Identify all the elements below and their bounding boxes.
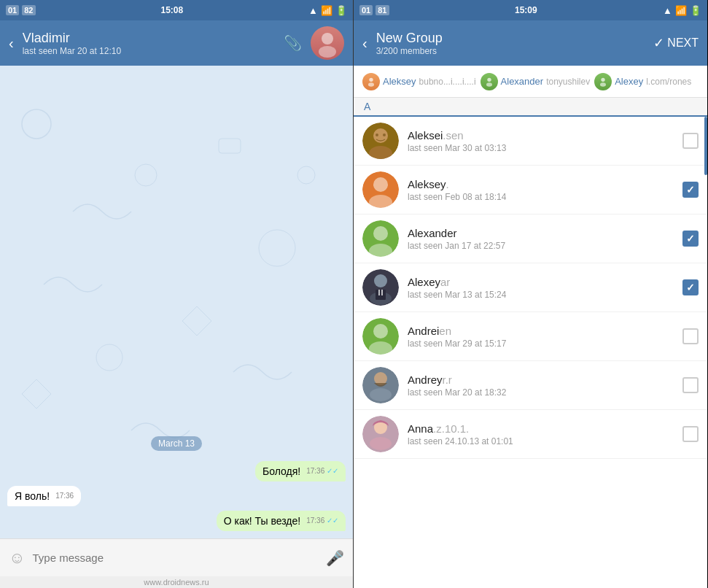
group-members-count: 3/200 members [376, 46, 443, 56]
contact-item-aleksey[interactable]: Aleksey. last seen Feb 08 at 18:14 [354, 166, 707, 214]
tag-aleksey[interactable]: Aleksey bubno...i....i....i [362, 71, 476, 91]
contact-avatar-andrey [362, 367, 399, 403]
tag-avatar-alexey-full [594, 73, 612, 90]
contact-status-andrey: last seen Mar 20 at 18:32 [408, 387, 674, 398]
contacts-list[interactable]: Aleksei.sen last seen Mar 30 at 03:13 Al… [354, 117, 707, 588]
group-name: New Group [376, 31, 443, 46]
selected-tags: Aleksey bubno...i....i....i Alexander to… [354, 66, 707, 98]
contact-item-alexander[interactable]: Alexander last seen Jan 17 at 22:57 [354, 214, 707, 263]
icon-battery-pct: 82 [22, 5, 35, 15]
tag-name-alexey-full: Alexey [615, 76, 643, 87]
contact-info-alexey: Alexeyar last seen Mar 13 at 15:24 [408, 276, 674, 300]
svg-point-12 [602, 77, 605, 81]
contact-info-aleksey: Aleksey. last seen Feb 08 at 18:14 [408, 178, 674, 202]
header-icons: 📎 [284, 26, 344, 60]
svg-point-32 [373, 324, 388, 339]
checkbox-alexander[interactable] [682, 231, 699, 247]
contact-item-andrey[interactable]: Andreyr.r last seen Mar 20 at 18:32 [354, 361, 707, 410]
group-back-button[interactable]: ‹ [362, 35, 367, 52]
message-ticks-1: ✓✓ [327, 467, 338, 475]
message-time-2: 17:36 [55, 492, 74, 500]
chat-status: last seen Mar 20 at 12:10 [23, 46, 121, 56]
group-title-block: New Group 3/200 members [376, 31, 443, 56]
header-title-block: Vladimir last seen Mar 20 at 12:10 [23, 31, 121, 56]
avatar-aleksei [362, 123, 399, 159]
status-time-right: 15:09 [515, 5, 537, 15]
svg-point-1 [319, 46, 336, 58]
back-button[interactable]: ‹ [9, 35, 14, 52]
contact-item-aleksei[interactable]: Aleksei.sen last seen Mar 30 at 03:13 [354, 117, 707, 166]
checkbox-alexey[interactable] [682, 279, 699, 295]
status-time-left: 15:08 [160, 5, 183, 15]
avatar-alexey [362, 269, 399, 306]
tag-avatar-svg-aleksey [365, 76, 377, 88]
group-panel: 01 81 15:09 ▲ 📶 🔋 ‹ New Group 3/200 memb… [354, 0, 707, 588]
chat-body: March 13 Болодя! 17:36 ✓✓ Я воль! 17:36 … [0, 66, 353, 538]
tag-alexander[interactable]: Alexander tonyushilev [481, 71, 591, 91]
tag-username-alexey-full: l.com/rones [646, 77, 691, 87]
section-header-a: A [354, 98, 707, 117]
contact-avatar-anna [362, 416, 399, 452]
svg-point-5 [259, 230, 295, 266]
contact-info-andrei: Andreien last seen Mar 29 at 15:17 [408, 325, 674, 349]
icon-01: 01 [6, 5, 19, 15]
contact-name-alexey: Alexeyar [408, 276, 674, 288]
message-input[interactable] [32, 552, 319, 564]
chat-panel: 01 82 15:08 ▲ 📶 🔋 ‹ Vladimir last seen M… [0, 0, 354, 588]
checkbox-anna[interactable] [682, 426, 699, 442]
svg-point-3 [135, 164, 157, 186]
group-header-left: ‹ New Group 3/200 members [362, 31, 443, 56]
battery-icon: 🔋 [335, 5, 347, 16]
contact-item-anna[interactable]: Anna.z.10.1. last seen 24.10.13 at 01:01 [354, 410, 707, 459]
avatar-alexander [362, 220, 399, 257]
message-in-1: Я воль! 17:36 [7, 486, 81, 506]
check-icon: ✓ [653, 35, 664, 51]
svg-point-10 [487, 77, 491, 81]
chat-messages: March 13 Болодя! 17:36 ✓✓ Я воль! 17:36 … [7, 430, 346, 531]
svg-rect-4 [219, 139, 241, 153]
icon-battery-right: 81 [376, 5, 389, 15]
contact-item-andrei[interactable]: Andreien last seen Mar 29 at 15:17 [354, 312, 707, 361]
contact-status-aleksey: last seen Feb 08 at 18:14 [408, 192, 674, 202]
contact-status-anna: last seen 24.10.13 at 01:01 [408, 436, 674, 446]
battery-icon-right: 🔋 [690, 5, 701, 16]
tag-alexey-full[interactable]: Alexey l.com/rones [594, 71, 691, 91]
checkbox-andrey[interactable] [682, 377, 699, 393]
status-right-left-icons: 01 81 [359, 5, 389, 15]
message-out-2: О как! Ты везде! 17:36 ✓✓ [217, 511, 346, 531]
avatar-svg [313, 28, 342, 58]
emoji-button[interactable]: ☺ [9, 549, 25, 568]
mic-button[interactable]: 🎤 [326, 549, 344, 567]
contact-item-alexey[interactable]: Alexeyar last seen Mar 13 at 15:24 [354, 263, 707, 312]
avatar-aleksey [362, 171, 399, 208]
avatar-andrey [362, 367, 399, 403]
tag-avatar-svg-alexander [483, 76, 495, 88]
checkbox-aleksei[interactable] [682, 133, 699, 149]
svg-point-23 [373, 226, 388, 241]
tag-name-aleksey: Aleksey [383, 76, 416, 87]
contact-status-alexander: last seen Jan 17 at 22:57 [408, 241, 674, 251]
attach-icon[interactable]: 📎 [284, 34, 302, 52]
chat-input-bar: ☺ 🎤 [0, 538, 353, 576]
message-text-1: Болодя! [262, 465, 300, 477]
contact-info-andrey: Andreyr.r last seen Mar 20 at 18:32 [408, 374, 674, 398]
svg-rect-28 [376, 290, 386, 300]
svg-point-13 [600, 82, 606, 86]
tag-username-aleksey: bubno...i....i....i [419, 77, 476, 87]
contact-avatar[interactable] [311, 26, 344, 60]
contact-avatar-alexander [362, 220, 399, 257]
next-button[interactable]: ✓ NEXT [653, 35, 699, 51]
contact-status-andrei: last seen Mar 29 at 15:17 [408, 339, 674, 349]
contact-info-anna: Anna.z.10.1. last seen 24.10.13 at 01:01 [408, 422, 674, 446]
contact-avatar-aleksey [362, 171, 399, 208]
checkbox-andrei[interactable] [682, 328, 699, 344]
svg-point-36 [370, 388, 392, 401]
svg-point-6 [96, 344, 122, 371]
message-meta-2: 17:36 [55, 492, 74, 500]
signal-icon: 📶 [321, 5, 332, 16]
contact-name-aleksey: Aleksey. [408, 178, 674, 190]
checkbox-aleksey[interactable] [682, 182, 699, 198]
message-text-3: О как! Ты везде! [224, 515, 301, 527]
signal-icon-right: 📶 [675, 5, 687, 16]
svg-point-17 [376, 134, 378, 136]
